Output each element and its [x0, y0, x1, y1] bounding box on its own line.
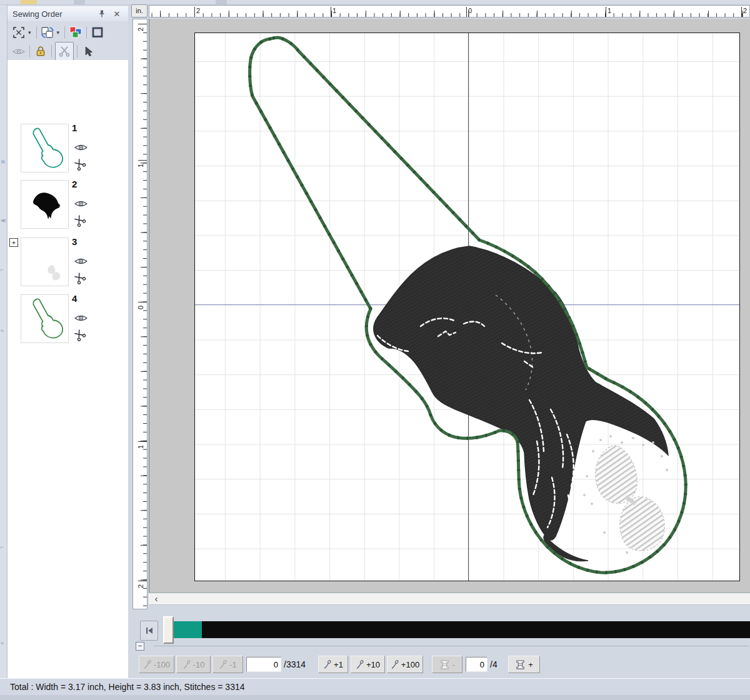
- item-thumbnail[interactable]: [21, 238, 69, 286]
- needle-icon: [323, 660, 331, 669]
- window-bottom-edge: [0, 695, 750, 700]
- fob-outline-thumb: [21, 295, 68, 342]
- stitch-forward-10-button[interactable]: +10: [351, 656, 385, 673]
- visibility-button[interactable]: [11, 43, 26, 59]
- color-forward-button[interactable]: +: [508, 656, 540, 673]
- item-number: 2: [72, 179, 77, 189]
- ruler-label: 0: [137, 306, 144, 309]
- stitch-position-input[interactable]: [246, 657, 281, 672]
- embroidery-design: [149, 19, 750, 592]
- ruler-label: 2: [194, 7, 200, 17]
- scissors-icon[interactable]: [72, 157, 88, 174]
- ruler-unit-button[interactable]: in.: [131, 4, 148, 18]
- list-item: 4: [21, 294, 114, 343]
- close-icon[interactable]: ✕: [112, 9, 122, 19]
- list-item: 3: [21, 238, 114, 286]
- scissors-icon[interactable]: [72, 213, 88, 230]
- trim-toggle-button[interactable]: [55, 42, 74, 61]
- panel-fragment: ≈: [1, 328, 4, 334]
- butterfly-accent[interactable]: [583, 435, 668, 554]
- needle-icon: [219, 660, 227, 669]
- status-text: Total : Width = 3.17 inch, Height = 3.83…: [10, 682, 245, 692]
- sequence-icon: [41, 26, 54, 39]
- toolbar-separator: [29, 45, 30, 58]
- color-layers-icon: [69, 26, 82, 39]
- toolbar-separator: [51, 45, 52, 58]
- panel-fragment: ⌐: [1, 266, 4, 272]
- color-back-button[interactable]: -: [432, 656, 462, 673]
- list-item: 1: [21, 124, 114, 172]
- button-label: +100: [401, 660, 419, 669]
- item-thumbnail[interactable]: [21, 124, 69, 172]
- button-label: +10: [366, 660, 380, 669]
- scroll-left-arrow[interactable]: ‹: [150, 593, 162, 604]
- progress-bar-remaining[interactable]: [202, 621, 750, 638]
- item-number: 4: [72, 293, 77, 304]
- needle-icon: [182, 660, 191, 669]
- color-total-label: /4: [490, 659, 498, 669]
- canvas-horizontal-scrollbar[interactable]: ‹: [149, 592, 750, 605]
- eye-icon[interactable]: [74, 142, 88, 154]
- ruler-tick: [138, 302, 147, 302]
- select-tool-button[interactable]: [81, 43, 96, 59]
- stitch-back-100-button[interactable]: -100: [139, 656, 174, 673]
- progress-slider-handle[interactable]: [163, 616, 174, 644]
- panel-toolbar-row-2: [8, 42, 128, 60]
- sequence-dropdown[interactable]: ▾: [55, 29, 62, 36]
- fit-view-button[interactable]: [11, 24, 26, 41]
- item-thumbnail[interactable]: [21, 180, 69, 229]
- ruler-label: 1: [331, 7, 336, 17]
- dog-silhouette-thumb: [28, 186, 65, 224]
- scissors-icon[interactable]: [72, 328, 88, 344]
- eye-icon[interactable]: [74, 199, 88, 210]
- horizontal-ruler: 2 1 0 1 2: [149, 5, 750, 18]
- toolbar-fragment: [216, 0, 227, 4]
- design-canvas[interactable]: [149, 19, 750, 592]
- toolbar-separator: [86, 26, 87, 39]
- sewing-order-list: + 1 2 3: [8, 60, 128, 678]
- color-position-input[interactable]: [466, 657, 488, 672]
- top-window-strip: [0, 0, 750, 5]
- ruler-label: 2: [741, 7, 747, 17]
- ruler-tick: [138, 581, 147, 581]
- spool-icon: [515, 660, 526, 669]
- button-label: -: [452, 660, 455, 669]
- needle-icon: [356, 660, 364, 669]
- eye-icon[interactable]: [74, 313, 88, 324]
- toolbar-fragment: [74, 0, 85, 4]
- sequence-button[interactable]: [40, 24, 55, 41]
- color-sort-button[interactable]: [68, 24, 83, 41]
- fit-view-dropdown[interactable]: ▾: [26, 29, 33, 36]
- ruler-tick: [138, 160, 147, 161]
- expand-group-box[interactable]: +: [9, 238, 18, 247]
- rewind-button[interactable]: [140, 621, 158, 641]
- spool-icon: [439, 660, 450, 669]
- pin-icon[interactable]: [97, 9, 107, 19]
- panel-titlebar: Sewing Order ✕: [8, 6, 128, 21]
- fob-outline-thumb: [21, 124, 68, 172]
- lock-button[interactable]: [33, 43, 48, 59]
- collapse-button[interactable]: −: [136, 642, 144, 651]
- needle-icon: [391, 660, 399, 669]
- ruler-label: 2: [137, 28, 144, 31]
- left-docked-panel-sliver: ≋ ≪ ⌐ ≈ ⌐ ≈: [0, 5, 8, 678]
- list-item: 2: [21, 180, 114, 229]
- cursor-arrow-icon: [83, 46, 94, 57]
- item-number: 1: [72, 122, 77, 133]
- stitch-back-1-button[interactable]: -1: [212, 656, 243, 673]
- item-thumbnail[interactable]: [21, 294, 69, 343]
- toolbar-separator: [77, 45, 78, 58]
- eye-icon: [12, 48, 25, 55]
- button-label: +1: [334, 660, 343, 669]
- hoop-button[interactable]: [90, 24, 105, 41]
- toolbar-separator: [36, 26, 37, 39]
- stitch-forward-100-button[interactable]: +100: [387, 656, 423, 673]
- ruler-label: 2: [137, 584, 144, 588]
- stitch-back-10-button[interactable]: -10: [176, 656, 211, 673]
- stitch-forward-1-button[interactable]: +1: [318, 656, 348, 673]
- ruler-label: 1: [137, 164, 144, 168]
- scissors-icon[interactable]: [72, 271, 88, 288]
- eye-icon[interactable]: [74, 256, 88, 268]
- progress-bar-sewn[interactable]: [174, 621, 202, 638]
- panel-fragment: ≈: [1, 640, 4, 646]
